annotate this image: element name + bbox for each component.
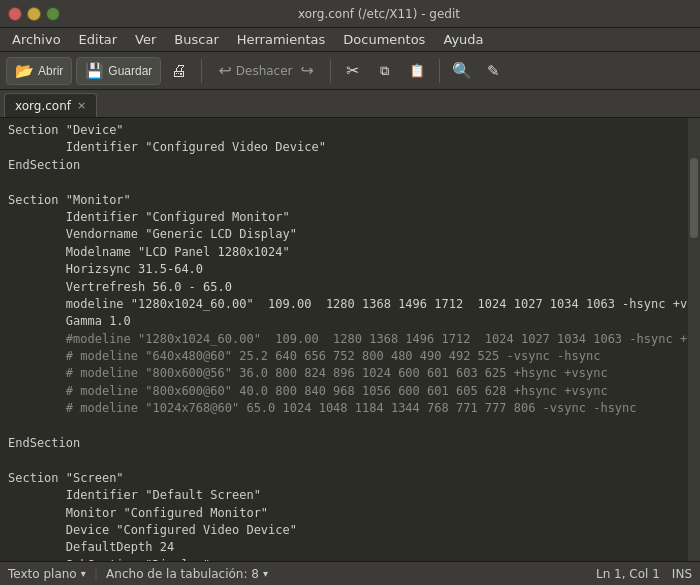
status-separator-1: |	[94, 566, 98, 581]
tab-label: xorg.conf	[15, 99, 71, 113]
tab-width-label: Ancho de la tabulación: 8	[106, 567, 259, 581]
menu-ver[interactable]: Ver	[127, 30, 164, 49]
undo-label: Deshacer	[236, 64, 293, 78]
menu-documentos[interactable]: Documentos	[335, 30, 433, 49]
separator-1	[201, 59, 202, 83]
save-label: Guardar	[108, 64, 152, 78]
menu-archivo[interactable]: Archivo	[4, 30, 69, 49]
scrollbar[interactable]	[688, 118, 700, 561]
statusbar: Texto plano ▾ | Ancho de la tabulación: …	[0, 561, 700, 585]
open-label: Abrir	[38, 64, 63, 78]
toolbar: 📂 Abrir 💾 Guardar 🖨 ↩ Deshacer ↪ ✂ ⧉ 📋 🔍…	[0, 52, 700, 90]
menu-ayuda[interactable]: Ayuda	[435, 30, 491, 49]
window-controls	[8, 7, 60, 21]
separator-2	[330, 59, 331, 83]
save-icon: 💾	[85, 62, 104, 80]
undo-icon: ↩	[218, 61, 231, 80]
menubar: Archivo Editar Ver Buscar Herramientas D…	[0, 28, 700, 52]
menu-herramientas[interactable]: Herramientas	[229, 30, 334, 49]
folder-open-icon: 📂	[15, 62, 34, 80]
search-icon: 🔍	[452, 61, 472, 80]
editor-area: Section "Device" Identifier "Configured …	[0, 118, 700, 561]
status-right: Ln 1, Col 1 INS	[596, 567, 692, 581]
replace-icon: ✎	[487, 62, 500, 80]
cut-icon: ✂	[346, 61, 359, 80]
separator-3	[439, 59, 440, 83]
copy-button[interactable]: ⧉	[371, 57, 399, 85]
tab-close-button[interactable]: ×	[77, 100, 86, 111]
copy-icon: ⧉	[380, 63, 389, 79]
find-button[interactable]: 🔍	[448, 57, 476, 85]
menu-editar[interactable]: Editar	[71, 30, 126, 49]
paste-icon: 📋	[409, 63, 425, 78]
tab-width-arrow-icon: ▾	[263, 568, 268, 579]
print-button[interactable]: 🖨	[165, 57, 193, 85]
print-icon: 🖨	[171, 62, 187, 80]
insert-mode: INS	[672, 567, 692, 581]
undo-button[interactable]: ↩ Deshacer ↪	[210, 57, 322, 85]
tab-width-selector[interactable]: Ancho de la tabulación: 8 ▾	[106, 567, 268, 581]
save-button[interactable]: 💾 Guardar	[76, 57, 161, 85]
replace-button[interactable]: ✎	[480, 57, 508, 85]
close-button[interactable]	[8, 7, 22, 21]
open-button[interactable]: 📂 Abrir	[6, 57, 72, 85]
window-title: xorg.conf (/etc/X11) - gedit	[66, 7, 692, 21]
redo-icon: ↪	[301, 61, 314, 80]
cursor-position: Ln 1, Col 1	[596, 567, 660, 581]
format-arrow-icon: ▾	[81, 568, 86, 579]
scrollbar-thumb[interactable]	[690, 158, 698, 238]
cut-button[interactable]: ✂	[339, 57, 367, 85]
editor-content[interactable]: Section "Device" Identifier "Configured …	[0, 118, 688, 561]
tab-xorg[interactable]: xorg.conf ×	[4, 93, 97, 117]
paste-button[interactable]: 📋	[403, 57, 431, 85]
format-label: Texto plano	[8, 567, 77, 581]
format-selector[interactable]: Texto plano ▾	[8, 567, 86, 581]
maximize-button[interactable]	[46, 7, 60, 21]
titlebar: xorg.conf (/etc/X11) - gedit	[0, 0, 700, 28]
minimize-button[interactable]	[27, 7, 41, 21]
tabbar: xorg.conf ×	[0, 90, 700, 118]
menu-buscar[interactable]: Buscar	[166, 30, 226, 49]
